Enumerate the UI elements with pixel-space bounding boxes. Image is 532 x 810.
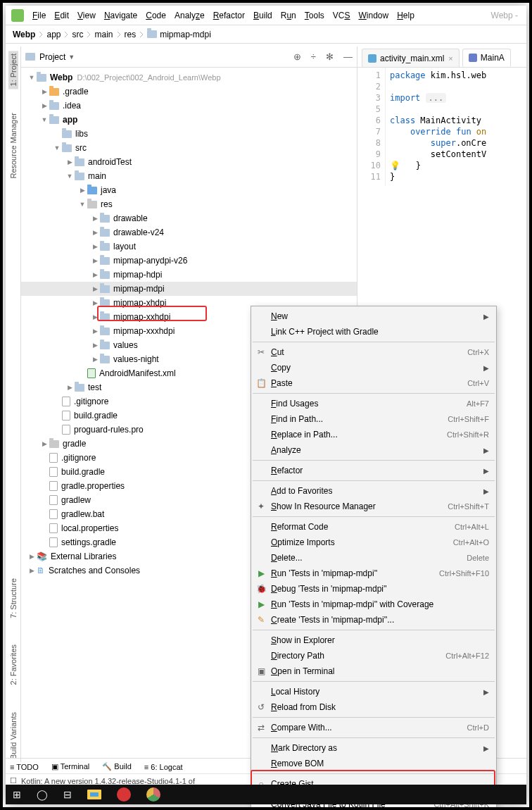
context-menu-item[interactable]: ↺Reload from Disk bbox=[251, 699, 496, 715]
tree-expand-icon[interactable]: ▶ bbox=[28, 553, 35, 560]
tree-expand-icon[interactable]: ▼ bbox=[66, 173, 73, 180]
context-menu-item[interactable]: 🐞Debug 'Tests in 'mipmap-mdpi'' bbox=[251, 581, 496, 597]
context-menu-item[interactable]: ✂CutCtrl+X bbox=[251, 344, 496, 360]
tree-expand-icon[interactable]: ▶ bbox=[91, 356, 99, 363]
tree-expand-icon[interactable]: ▼ bbox=[28, 74, 35, 81]
menu-analyze[interactable]: Analyze bbox=[170, 8, 209, 23]
context-menu-item[interactable]: New▶ bbox=[251, 309, 496, 324]
app-icon-colorful[interactable] bbox=[146, 787, 160, 802]
context-menu-item[interactable]: Reformat CodeCtrl+Alt+L bbox=[251, 519, 496, 535]
menu-window[interactable]: Window bbox=[354, 8, 393, 23]
context-menu-item[interactable]: ✦Show In Resource ManagerCtrl+Shift+T bbox=[251, 499, 496, 514]
side-tab-build-variants[interactable]: Build Variants bbox=[8, 709, 18, 762]
close-icon[interactable]: × bbox=[448, 54, 452, 63]
app-icon-red[interactable] bbox=[117, 787, 131, 802]
editor-tab-mainactivity[interactable]: MainA bbox=[462, 49, 511, 67]
tree-expand-icon[interactable]: ▶ bbox=[91, 257, 99, 264]
tree-node[interactable]: libs bbox=[21, 127, 357, 141]
tree-node[interactable]: ▶mipmap-anydpi-v26 bbox=[21, 254, 357, 268]
tree-node[interactable]: ▶.gradle bbox=[21, 85, 357, 99]
tree-expand-icon[interactable]: ▶ bbox=[66, 158, 73, 166]
context-menu-item[interactable]: ⇄Compare With...Ctrl+D bbox=[251, 720, 496, 735]
context-menu-item[interactable]: Analyze▶ bbox=[251, 442, 496, 458]
tool-tab-build[interactable]: 🔨 Build bbox=[102, 762, 132, 771]
tree-expand-icon[interactable]: ▶ bbox=[28, 567, 35, 574]
locate-icon[interactable]: ⊕ bbox=[293, 51, 301, 62]
context-menu-item[interactable]: Find UsagesAlt+F7 bbox=[251, 396, 496, 411]
tree-expand-icon[interactable]: ▶ bbox=[91, 313, 99, 320]
tool-tab-logcat[interactable]: ≡ 6: Logcat bbox=[144, 763, 183, 771]
start-button[interactable]: ⊞ bbox=[13, 789, 21, 800]
tree-node[interactable]: ▶.idea bbox=[21, 99, 357, 113]
context-menu-item[interactable]: Replace in Path...Ctrl+Shift+R bbox=[251, 427, 496, 442]
tree-expand-icon[interactable]: ▶ bbox=[91, 285, 99, 292]
menu-edit[interactable]: Edit bbox=[50, 8, 73, 23]
tree-expand-icon[interactable]: ▶ bbox=[91, 271, 99, 278]
tree-node[interactable]: ▶drawable bbox=[21, 211, 357, 225]
tree-expand-icon[interactable]: ▼ bbox=[41, 116, 48, 123]
context-menu-item[interactable]: ▶Run 'Tests in 'mipmap-mdpi'' with Cover… bbox=[251, 597, 496, 612]
tree-node[interactable]: ▶layout bbox=[21, 239, 357, 254]
tree-expand-icon[interactable]: ▶ bbox=[41, 102, 48, 109]
tree-node[interactable]: ▼app bbox=[21, 113, 357, 127]
tree-node[interactable]: ▶mipmap-mdpi bbox=[21, 282, 357, 296]
context-menu-item[interactable]: ✎Create 'Tests in 'mipmap-mdpi''... bbox=[251, 612, 496, 628]
context-menu-item[interactable]: Directory PathCtrl+Alt+F12 bbox=[251, 648, 496, 663]
tree-expand-icon[interactable]: ▶ bbox=[91, 328, 99, 335]
context-menu-item[interactable]: 📋PasteCtrl+V bbox=[251, 375, 496, 391]
tree-expand-icon[interactable]: ▶ bbox=[91, 342, 99, 349]
code-content[interactable]: package kim.hsl.webimport ...class MainA… bbox=[386, 68, 490, 186]
tree-expand-icon[interactable]: ▶ bbox=[66, 384, 73, 391]
tree-expand-icon[interactable]: ▶ bbox=[91, 243, 99, 250]
tree-node[interactable]: ▼WebpD:\002_Project\002_Android_Learn\We… bbox=[21, 70, 357, 85]
tree-expand-icon[interactable]: ▼ bbox=[79, 201, 86, 208]
crumb-root[interactable]: Webp bbox=[13, 30, 46, 39]
menu-run[interactable]: Run bbox=[277, 8, 300, 23]
context-menu-item[interactable]: Link C++ Project with Gradle bbox=[251, 324, 496, 339]
context-menu-item[interactable]: Mark Directory as▶ bbox=[251, 740, 496, 756]
tool-tab-terminal[interactable]: ▣ Terminal bbox=[51, 762, 89, 771]
project-view-selector[interactable]: Project bbox=[39, 52, 65, 62]
context-menu-item[interactable]: Show in Explorer bbox=[251, 633, 496, 648]
crumb-src[interactable]: src bbox=[72, 30, 94, 39]
tree-node[interactable]: ▼src bbox=[21, 141, 357, 155]
side-tab-project[interactable]: 1: Project bbox=[8, 51, 18, 89]
tree-node[interactable]: ▶androidTest bbox=[21, 155, 357, 169]
tree-expand-icon[interactable]: ▶ bbox=[91, 229, 99, 236]
file-explorer-icon[interactable] bbox=[87, 790, 101, 799]
crumb-main[interactable]: main bbox=[94, 30, 124, 39]
side-tab-favorites[interactable]: 2: Favorites bbox=[8, 642, 18, 687]
tree-expand-icon[interactable]: ▶ bbox=[41, 440, 48, 447]
menu-file[interactable]: File bbox=[28, 8, 50, 23]
menu-refactor[interactable]: Refactor bbox=[209, 8, 249, 23]
crumb-res[interactable]: res bbox=[125, 30, 148, 39]
tool-tab-todo[interactable]: ≡ TODO bbox=[10, 763, 39, 771]
tree-node[interactable]: ▼res bbox=[21, 197, 357, 211]
tree-expand-icon[interactable]: ▶ bbox=[91, 215, 99, 222]
tree-expand-icon[interactable]: ▶ bbox=[79, 187, 86, 194]
menu-tools[interactable]: Tools bbox=[300, 8, 329, 23]
menu-vcs[interactable]: VCS bbox=[329, 8, 355, 23]
side-tab-structure[interactable]: 7: Structure bbox=[8, 575, 18, 621]
menu-build[interactable]: Build bbox=[249, 8, 277, 23]
editor-tab-activity-main[interactable]: activity_main.xml× bbox=[362, 49, 460, 67]
side-tab-resource-manager[interactable]: Resource Manager bbox=[8, 110, 18, 182]
context-menu-item[interactable]: Remove BOM bbox=[251, 756, 496, 771]
collapse-icon[interactable]: ÷ bbox=[311, 51, 316, 62]
crumb-app[interactable]: app bbox=[46, 30, 72, 39]
menu-code[interactable]: Code bbox=[141, 8, 170, 23]
context-menu-item[interactable]: ▶Run 'Tests in 'mipmap-mdpi''Ctrl+Shift+… bbox=[251, 566, 496, 581]
menu-help[interactable]: Help bbox=[393, 8, 419, 23]
context-menu-item[interactable]: Add to Favorites▶ bbox=[251, 483, 496, 499]
menu-navigate[interactable]: Navigate bbox=[100, 8, 141, 23]
tree-expand-icon[interactable]: ▼ bbox=[53, 144, 61, 151]
crumb-leaf[interactable]: mipmap-mdpi bbox=[147, 30, 211, 39]
context-menu-item[interactable]: Find in Path...Ctrl+Shift+F bbox=[251, 411, 496, 427]
tree-node[interactable]: ▼main bbox=[21, 169, 357, 183]
task-view-icon[interactable]: ⊟ bbox=[63, 789, 72, 800]
hide-icon[interactable]: — bbox=[343, 51, 353, 62]
context-menu-item[interactable]: Local History▶ bbox=[251, 684, 496, 699]
tree-node[interactable]: ▶drawable-v24 bbox=[21, 225, 357, 239]
tree-node[interactable]: ▶java bbox=[21, 183, 357, 197]
context-menu[interactable]: New▶Link C++ Project with Gradle✂CutCtrl… bbox=[251, 306, 497, 810]
